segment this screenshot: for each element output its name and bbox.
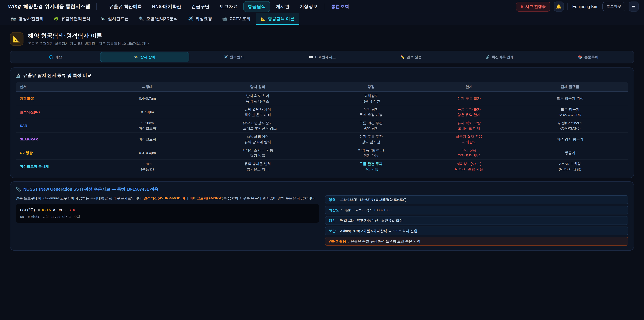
- wavelength-cell: 수cm(수동형): [96, 160, 200, 173]
- video-camera-icon: 📹: [222, 17, 227, 21]
- sensor-name: 광학(EO): [16, 95, 96, 103]
- subnav-tab-label: 실시간드론: [108, 16, 129, 22]
- nav-item-통합조회[interactable]: 통합조회: [327, 1, 354, 12]
- pill-tab-label: 확산예측 연계: [492, 55, 514, 59]
- cell-line: 저해상도(50km): [430, 161, 508, 166]
- spec-colon: :: [341, 208, 342, 212]
- nav-item-게시판[interactable]: 게시판: [272, 1, 294, 12]
- strength-cell: 야간 탐지두께 추정 가능: [316, 105, 426, 119]
- page-subtitle: 유출유 원격탐지·항공감시 기법·ESI 방제정보지도·등록특허 10-1567…: [28, 41, 149, 46]
- cell-line: 항공기: [515, 150, 625, 156]
- strength-cell: 구름·야간 무관광역 탐지: [316, 119, 426, 132]
- section-pill-tabs: 🌐개요🛰️탐지 장비✈️원격탐사📖ESI 방제지도✏️면적 산정🔗확산예측 연계…: [10, 51, 634, 64]
- table-row: SAR1~10cm(마이크로파)유막 표면장력 증가→ 브래그 후방산란 감소구…: [16, 119, 628, 132]
- cell-line: 유막 표면장력 증가: [203, 120, 312, 126]
- formula-lhs: SST(℃): [20, 208, 36, 212]
- cell-line: 밝기온도 차이: [203, 166, 312, 172]
- page-header-text: 해양 항공탐색·원격탐사 이론 유출유 원격탐지·항공감시 기법·ESI 방제정…: [28, 32, 149, 46]
- cell-line: 0.4~0.7μm: [99, 96, 196, 101]
- notifications-button[interactable]: 🔔: [554, 2, 564, 12]
- cell-line: KOMPSAT-5): [515, 126, 625, 131]
- subnav-tab-영상사진관리[interactable]: 📷영상사진관리: [6, 14, 49, 25]
- spec-row-wing-활용: WING 활용 : 유출유 증발·유상화·점도변화 모델 수온 입력: [325, 237, 628, 246]
- ngsst-description: 일본 토호쿠대학 Kawamura 교수팀이 제공하는 북서태평양 광역 수온자…: [16, 195, 319, 201]
- wavelength-cell: 0.4~0.7μm: [96, 95, 200, 103]
- spec-colon: :: [338, 198, 338, 202]
- platform-cell: 해경 감시 항공기: [512, 135, 628, 143]
- cell-line: AMSR-E 위성: [515, 161, 625, 166]
- nav-item-긴급구난[interactable]: 긴급구난: [187, 1, 214, 12]
- strength-cell: 야간·구름 무관광역 감시선: [316, 133, 426, 146]
- cell-line: 구름 투과 불가: [430, 107, 508, 112]
- divider: [96, 3, 96, 10]
- logout-button[interactable]: 로그아웃: [602, 2, 625, 11]
- paperclip-icon: 📎: [16, 187, 21, 192]
- incident-status-badge: 사고 진행중: [516, 2, 550, 12]
- menu-button[interactable]: ☰: [628, 2, 639, 12]
- subnav-tab-유출유면적분석[interactable]: ☘️유출유면적분석: [49, 14, 96, 25]
- nav-item-hns-대기확산[interactable]: HNS·대기확산: [148, 1, 186, 12]
- nav-item-기상정보[interactable]: 기상정보: [295, 1, 322, 12]
- spec-label: 갱신: [329, 218, 336, 223]
- spec-label: 보간: [329, 228, 336, 233]
- cell-line: 구름·야간 무관: [319, 120, 422, 126]
- subnav-tab-label: 항공탐색 이론: [268, 16, 294, 22]
- pill-tab-label: 면적 산정: [406, 55, 422, 59]
- spec-colon: :: [348, 239, 349, 243]
- pill-tab-개요[interactable]: 🌐개요: [12, 52, 100, 62]
- subnav-tab-실시간드론[interactable]: 🛰️실시간드론: [96, 14, 134, 25]
- nav-item-유출유-확산예측[interactable]: 유출유 확산예측: [105, 1, 146, 12]
- cell-line: 드론·항공기·위성: [515, 96, 625, 101]
- pill-tab-esi-방제지도[interactable]: 📖ESI 방제지도: [278, 52, 367, 62]
- pill-tab-원격탐사[interactable]: ✈️원격탐사: [189, 52, 278, 62]
- limit-cell: 구름 투과 불가얇은 유막 한계: [426, 105, 512, 119]
- cell-line: 자외선 조사 → 기름: [203, 148, 312, 153]
- airplane-icon: ✈️: [224, 55, 228, 59]
- spec-row-갱신: 갱신 : 매일 12시 FTP 자동수신 · 최근 5일 합성: [325, 216, 628, 225]
- subnav-tab-label: 오염/선박3D분석: [146, 16, 178, 22]
- subnav-tab-오염-선박3d분석[interactable]: 🔍오염/선박3D분석: [134, 14, 183, 25]
- table-row: UV 형광0.3~0.4μm자외선 조사 → 기름형광 방출박막 유막(μm급)…: [16, 146, 628, 159]
- subnav-tabbar: 📷영상사진관리☘️유출유면적분석🛰️실시간드론🔍오염/선박3D분석✈️위성요청📹…: [0, 14, 644, 25]
- cell-line: 반사 휘도 차이: [203, 93, 312, 99]
- subnav-tab-label: 영상사진관리: [18, 16, 44, 22]
- cell-line: 위성(Sentinel-1: [515, 120, 625, 126]
- cell-line: 측방향 레이더: [203, 134, 312, 139]
- nav-item-항공탐색[interactable]: 항공탐색: [243, 1, 270, 12]
- column-header: 한계: [426, 82, 512, 92]
- pill-tab-탐지-장비[interactable]: 🛰️탐지 장비: [100, 52, 190, 62]
- hamburger-icon: ☰: [632, 4, 636, 9]
- pill-tab-label: 탐지 장비: [140, 55, 155, 59]
- microscope-icon: 🔬: [16, 73, 21, 78]
- subnav-tab-위성요청[interactable]: ✈️위성요청: [183, 14, 217, 25]
- sensor-name: SLAR/RAR: [16, 135, 96, 143]
- user-name: Eunjeong Kim: [572, 4, 598, 9]
- sst-formula-block: SST(℃) = 0.15 × DN - 3.0 DN: 바이너리 파일 1by…: [16, 204, 319, 223]
- subnav-tab-항공탐색-이론[interactable]: 📐항공탐색 이론: [256, 14, 299, 25]
- subnav-tab-cctv-조회[interactable]: 📹CCTV 조회: [217, 14, 256, 25]
- cell-line: 야간 탐지: [319, 107, 422, 112]
- subnav-tab-label: CCTV 조회: [230, 16, 250, 22]
- sensor-table-title-row: 🔬 유출유 탐지 센서 종류 및 특성 비교: [16, 73, 628, 78]
- pill-tab-면적-산정[interactable]: ✏️면적 산정: [366, 52, 455, 62]
- cell-line: (마이크로파): [99, 126, 196, 131]
- cell-line: 직관적 식별: [319, 99, 422, 104]
- column-header: 강점: [316, 82, 426, 92]
- nav-item-보고자료[interactable]: 보고자료: [215, 1, 242, 12]
- ngsst-spec-list: 영역 : 116~166°E, 13~63°N (북서태평양 50×50°)해상…: [325, 195, 628, 246]
- ngsst-left-column: 일본 토호쿠대학 Kawamura 교수팀이 제공하는 북서태평양 광역 수온자…: [16, 195, 319, 246]
- pill-tab-확산예측-연계[interactable]: 🔗확산예측 연계: [455, 52, 544, 62]
- cell-line: → 브래그 후방산란 감소: [203, 126, 312, 131]
- cell-line: 1~10cm: [99, 120, 196, 126]
- limit-cell: 항공기 탑재 전용저해상도: [426, 133, 512, 146]
- spec-value: 3분(약 5km) · 격자 1000×1000: [344, 208, 392, 212]
- cell-line: 해경 감시 항공기: [515, 137, 625, 142]
- sst-formula: SST(℃) = 0.15 × DN - 3.0: [20, 208, 314, 212]
- cell-line: 야간·구름 불가: [430, 96, 508, 101]
- cell-line: 고해상도: [319, 93, 422, 99]
- pill-tab-논문특허[interactable]: 📚논문특허: [544, 52, 632, 62]
- bell-icon: 🔔: [556, 4, 562, 9]
- limit-cell: 유사 픽처 오탐고해상도 한계: [426, 119, 512, 132]
- main-nav: 유출유 확산예측HNS·대기확산긴급구난보고자료항공탐색게시판기상정보통합조회: [105, 1, 354, 12]
- strength-cell: 고해상도직관적 식별: [316, 92, 426, 105]
